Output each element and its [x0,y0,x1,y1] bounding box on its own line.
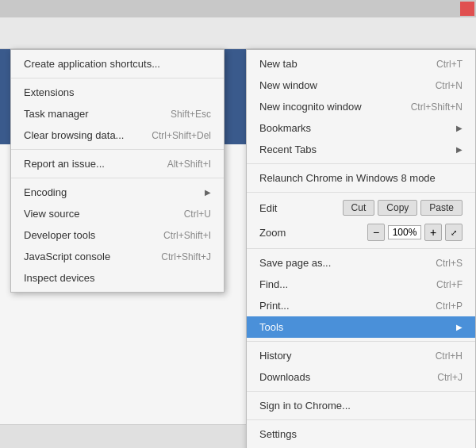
shortcut-label: Ctrl+N [436,80,463,91]
tools-item-label: Create application shortcuts... [24,58,160,70]
menu-item-new-tab[interactable]: New tabCtrl+T [247,53,475,75]
menu-item-label: Print... [259,300,290,312]
shortcut-label: Ctrl+S [436,258,463,269]
tools-item-clear-browsing-data-[interactable]: Clear browsing data...Ctrl+Shift+Del [11,124,224,146]
zoom-value: 100% [388,225,421,239]
submenu-arrow-icon: ▶ [456,145,463,154]
main-menu: New tabCtrl+TNew windowCtrl+NNew incogni… [246,49,476,448]
edit-copy-button[interactable]: Copy [378,200,417,216]
edit-buttons: CutCopyPaste [343,200,463,216]
menu-item-label: Tools [259,321,283,333]
menu-item-label: New window [259,79,317,91]
tools-item-label: Inspect devices [24,272,95,284]
menu-item-about-google-chrome[interactable]: About Google Chrome [247,445,475,448]
edit-cut-button[interactable]: Cut [343,200,375,216]
tools-item-label: Clear browsing data... [24,129,124,141]
menu-separator [11,78,224,78]
shortcut-label: Alt+Shift+I [167,159,211,170]
submenu-arrow-icon: ▶ [456,124,463,132]
zoom-out-button[interactable]: − [367,224,385,241]
shortcut-label: Ctrl+Shift+J [161,251,211,262]
maximize-button[interactable] [444,2,459,16]
menu-item-label: Find... [259,278,288,290]
tools-item-label: View source [24,208,80,220]
browser-frame: 🔒 Create application shortcuts...Extensi… [0,0,476,448]
menu-separator [247,192,475,193]
shortcut-label: Ctrl+Shift+N [411,101,463,113]
minimize-button[interactable] [428,2,443,16]
shortcut-label: Ctrl+Shift+I [163,230,211,241]
browser-toolbar [0,17,476,49]
menu-item-recent-tabs[interactable]: Recent Tabs▶ [247,139,475,160]
tools-item-encoding[interactable]: Encoding▶ [11,182,224,203]
menu-item-settings[interactable]: Settings [247,423,475,445]
shortcut-label: Ctrl+T [436,59,463,70]
tools-item-javascript-console[interactable]: JavaScript consoleCtrl+Shift+J [11,246,224,267]
tools-item-view-source[interactable]: View sourceCtrl+U [11,203,224,224]
title-bar [0,0,476,17]
menu-item-bookmarks[interactable]: Bookmarks▶ [247,117,475,139]
edit-row: EditCutCopyPaste [247,196,475,220]
menu-item-print-[interactable]: Print...Ctrl+P [247,295,475,316]
tools-item-inspect-devices[interactable]: Inspect devices [11,267,224,289]
menu-item-new-window[interactable]: New windowCtrl+N [247,75,475,96]
menu-item-downloads[interactable]: DownloadsCtrl+J [247,366,475,388]
zoom-in-button[interactable]: + [424,224,442,241]
edit-paste-button[interactable]: Paste [420,200,463,216]
tools-item-label: Encoding [24,186,67,198]
shortcut-label: Shift+Esc [171,109,211,120]
shortcut-label: Ctrl+J [437,372,463,383]
tools-item-developer-tools[interactable]: Developer toolsCtrl+Shift+I [11,224,224,246]
tools-item-report-an-issue-[interactable]: Report an issue...Alt+Shift+I [11,153,224,174]
menu-item-new-incognito-window[interactable]: New incognito windowCtrl+Shift+N [247,96,475,117]
menu-item-sign-in-to-chrome-[interactable]: Sign in to Chrome... [247,395,475,416]
submenu-arrow-icon: ▶ [456,323,463,331]
bookmark-icon[interactable] [427,22,449,44]
zoom-row: Zoom−100%+⤢ [247,220,475,245]
menu-item-label: History [259,350,291,362]
menu-item-label: Relaunch Chrome in Windows 8 mode [259,172,436,184]
menu-item-label: Recent Tabs [259,144,317,155]
shortcut-label: Ctrl+F [436,279,463,290]
menu-separator [247,391,475,392]
menu-separator [247,163,475,164]
menu-separator [11,149,224,150]
menu-item-label: Settings [259,428,297,440]
menu-item-label: Sign in to Chrome... [259,400,351,412]
menu-item-label: Bookmarks [259,122,311,134]
tools-submenu: Create application shortcuts...Extension… [10,49,225,293]
menu-item-history[interactable]: HistoryCtrl+H [247,345,475,366]
edit-label: Edit [259,202,277,214]
tools-item-task-manager[interactable]: Task managerShift+Esc [11,103,224,124]
tools-item-label: Task manager [24,108,89,120]
menu-separator [247,419,475,420]
close-button[interactable] [460,2,474,16]
menu-separator [247,341,475,342]
shortcut-label: Ctrl+H [436,350,463,362]
zoom-label: Zoom [259,227,286,239]
menu-item-tools[interactable]: Tools▶ [247,316,475,338]
shortcut-label: Ctrl+Shift+Del [152,130,211,141]
shortcut-label: Ctrl+U [184,209,211,220]
zoom-controls: −100%+⤢ [367,224,463,241]
menu-item-save-page-as-[interactable]: Save page as...Ctrl+S [247,252,475,274]
menu-separator [11,178,224,178]
menu-item-label: Save page as... [259,257,331,269]
tools-item-create-application-shortcuts-[interactable]: Create application shortcuts... [11,53,224,75]
menu-item-label: Downloads [259,371,310,383]
shortcut-label: Ctrl+P [436,301,463,312]
menu-separator [247,248,475,249]
tools-item-label: Report an issue... [24,158,105,170]
tools-item-label: Developer tools [24,229,95,241]
menu-item-relaunch-chrome-in-windows-8-mode[interactable]: Relaunch Chrome in Windows 8 mode [247,167,475,189]
zoom-expand-button[interactable]: ⤢ [445,224,463,241]
tools-item-extensions[interactable]: Extensions [11,82,224,103]
submenu-arrow-icon: ▶ [205,188,211,197]
tools-item-label: JavaScript console [24,251,110,262]
tools-item-label: Extensions [24,86,75,98]
menu-item-find-[interactable]: Find...Ctrl+F [247,274,475,295]
menu-item-label: New incognito window [259,101,362,113]
menu-icon[interactable] [449,22,471,44]
menu-item-label: New tab [259,58,298,70]
